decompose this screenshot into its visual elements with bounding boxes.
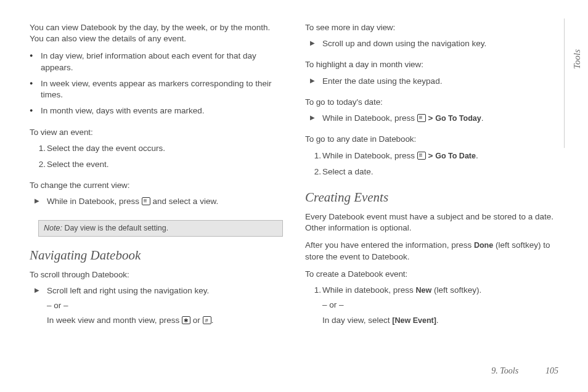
alt-mid: or [190, 316, 203, 325]
highlight-intro: To highlight a day in month view: [305, 59, 558, 70]
list-step: 2.Select a date. [322, 166, 558, 178]
goto-date-label: Go To Date [435, 152, 476, 160]
arrow-step: Scroll left and right using the navigati… [47, 285, 283, 327]
star-key-icon [182, 316, 190, 324]
menu-key-icon [417, 114, 426, 122]
step-text: Select a date. [322, 167, 374, 176]
menu-key-icon [142, 197, 150, 205]
new-label: New [416, 286, 432, 295]
create-para-2: After you have entered the information, … [305, 240, 558, 262]
bullet-item: In day view, brief information about eac… [38, 51, 283, 73]
scroll-intro: To scroll through Datebook: [30, 269, 283, 280]
or-divider: – or – [47, 300, 283, 311]
step-post: . [481, 113, 484, 123]
or-divider: – or – [322, 300, 558, 311]
arrow-step: Enter the date using the keypad. [322, 76, 558, 87]
see-more-steps: Scroll up and down using the navigation … [305, 38, 558, 54]
create-steps: 1. While in datebook, press New (left so… [305, 285, 558, 331]
see-more-intro: To see more in day view: [305, 22, 558, 33]
step-pre: While in Datebook, press [322, 113, 417, 123]
note-text: Day view is the default setting. [64, 224, 168, 232]
arrow-step: While in Datebook, press > Go To Today. [322, 113, 558, 124]
bullet-item: In month view, days with events are mark… [38, 105, 283, 116]
step-post: (left softkey). [431, 285, 481, 295]
today-intro: To go to today's date: [305, 97, 558, 108]
new-event-label: [New Event] [392, 316, 436, 325]
step-text-pre: While in Datebook, press [47, 197, 142, 206]
alt-pre: In week view and month view, press [47, 316, 182, 325]
step-text: Scroll left and right using the navigati… [47, 286, 209, 295]
step-alt: In day view, select [New Event]. [322, 315, 558, 326]
arrow-step: Scroll up and down using the navigation … [322, 38, 558, 49]
footer-chapter: 9. Tools [491, 366, 518, 375]
footer-page-number: 105 [545, 366, 558, 375]
page-footer: 9. Tools 105 [491, 365, 558, 376]
view-event-steps: 1.Select the day the event occurs. 2.Sel… [30, 143, 283, 175]
left-column: You can view Datebook by the day, by the… [30, 22, 283, 355]
done-label: Done [474, 241, 493, 250]
para-pre: After you have entered the information, … [305, 240, 474, 250]
step-text: Select the day the event occurs. [47, 144, 165, 153]
list-step: 1.Select the day the event occurs. [47, 143, 283, 154]
right-column: To see more in day view: Scroll up and d… [305, 22, 558, 355]
list-step: 2.Select the event. [47, 159, 283, 170]
anydate-steps: 1. While in Datebook, press > Go To Date… [305, 150, 558, 182]
side-rule [564, 18, 565, 148]
heading-navigating: Navigating Datebook [30, 248, 283, 263]
change-view-intro: To change the current view: [30, 180, 283, 191]
step-post: . [476, 151, 478, 160]
bullet-item: In week view, events appear as markers c… [38, 78, 283, 100]
heading-creating: Creating Events [305, 190, 558, 205]
alt-post: . [211, 316, 214, 325]
highlight-steps: Enter the date using the keypad. [305, 76, 558, 92]
note-label: Note: [44, 224, 62, 232]
step-pre: While in datebook, press [322, 285, 416, 295]
view-event-intro: To view an event: [30, 127, 283, 138]
step-pre: While in Datebook, press [322, 151, 417, 160]
step-text: Select the event. [47, 160, 109, 169]
goto-today-label: Go To Today [435, 114, 481, 123]
gt-separator: > [426, 151, 435, 160]
alt-pre: In day view, select [322, 316, 392, 325]
list-step: 1. While in Datebook, press > Go To Date… [322, 150, 558, 161]
note-box: Note: Day view is the default setting. [38, 220, 283, 237]
create-intro: To create a Datebook event: [305, 269, 558, 280]
hash-key-icon [203, 316, 211, 324]
scroll-steps: Scroll left and right using the navigati… [30, 285, 283, 332]
change-view-steps: While in Datebook, press and select a vi… [30, 196, 283, 212]
view-mode-bullets: In day view, brief information about eac… [30, 51, 283, 121]
side-tab-label: Tools [572, 49, 582, 69]
alt-post: . [436, 316, 439, 325]
list-step: 1. While in datebook, press New (left so… [322, 285, 558, 326]
intro-paragraph: You can view Datebook by the day, by the… [30, 22, 283, 44]
page-body: You can view Datebook by the day, by the… [30, 22, 558, 355]
gt-separator: > [426, 113, 435, 123]
arrow-step: While in Datebook, press and select a vi… [47, 196, 283, 207]
menu-key-icon [417, 152, 426, 160]
anydate-intro: To go to any date in Datebook: [305, 134, 558, 145]
step-text-post: and select a view. [150, 197, 218, 206]
step-alt: In week view and month view, press or . [47, 315, 283, 326]
today-steps: While in Datebook, press > Go To Today. [305, 113, 558, 129]
create-para-1: Every Datebook event must have a subject… [305, 211, 558, 234]
